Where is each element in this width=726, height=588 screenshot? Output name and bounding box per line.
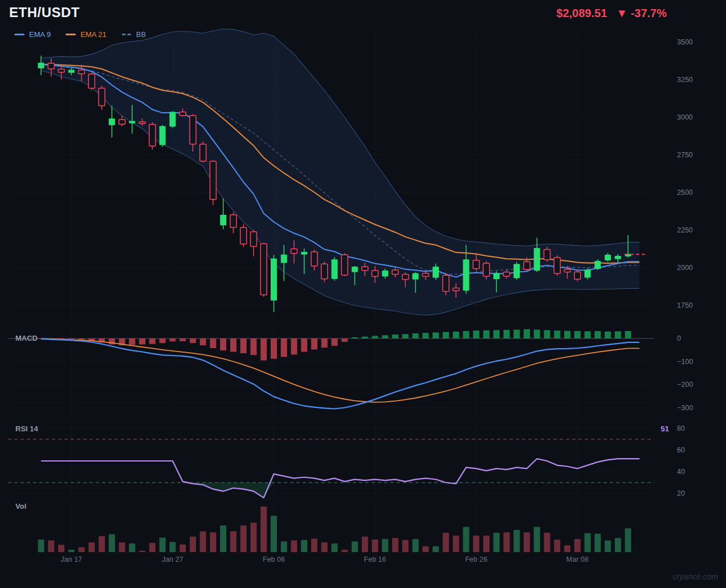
volume-bar xyxy=(341,550,348,552)
rsi-axis-label: 80 xyxy=(677,424,685,432)
macd-histogram-bar xyxy=(453,332,459,338)
legend-ema9-label: EMA 9 xyxy=(29,30,51,39)
macd-histogram-bar xyxy=(513,330,520,338)
ema9-line-swatch-icon xyxy=(14,34,25,35)
candle-body-up xyxy=(271,259,277,301)
indicator-legend: EMA 9 EMA 21 BB xyxy=(14,30,146,39)
volume-bar xyxy=(554,540,560,552)
macd-histogram-bar xyxy=(68,338,75,339)
macd-histogram-bar xyxy=(524,329,530,338)
candle-body-down xyxy=(240,227,247,244)
last-price: $2,089.51 xyxy=(556,7,607,20)
volume-bar xyxy=(250,522,256,552)
macd-axis-label: 0 xyxy=(677,334,681,342)
volume-bar xyxy=(534,527,540,552)
chart-canvas[interactable]: 350032503000275025002250200017500−100−20… xyxy=(0,0,726,588)
volume-bar xyxy=(362,537,368,552)
volume-bar xyxy=(48,541,54,552)
candle-body-up xyxy=(38,63,44,68)
volume-bar xyxy=(443,533,449,552)
macd-histogram-bar xyxy=(443,332,449,338)
rsi-axis-label: 40 xyxy=(677,468,685,476)
macd-histogram-bar xyxy=(554,330,560,338)
volume-bar xyxy=(68,550,75,552)
volume-bar xyxy=(240,525,247,552)
legend-item-ema21[interactable]: EMA 21 xyxy=(66,30,107,39)
macd-histogram-bar xyxy=(544,330,550,338)
volume-bar xyxy=(160,538,166,553)
candle-body-down xyxy=(392,270,398,275)
volume-bar xyxy=(615,538,621,552)
macd-histogram-bar xyxy=(149,338,156,344)
ema21-line-swatch-icon xyxy=(66,34,76,35)
volume-bar xyxy=(473,536,479,552)
candle-body-up xyxy=(220,215,226,225)
candle-body-up xyxy=(493,273,500,279)
candle-body-down xyxy=(250,232,256,247)
candle-body-up xyxy=(109,119,115,125)
rsi-axis-label: 60 xyxy=(677,446,685,454)
rsi-axis-label: 20 xyxy=(677,489,685,497)
volume-bar xyxy=(99,536,105,552)
macd-histogram-bar xyxy=(271,338,277,359)
volume-bar xyxy=(352,541,358,552)
volume-bar xyxy=(453,536,459,552)
legend-ema21-label: EMA 21 xyxy=(80,30,107,39)
candle-body-down xyxy=(341,255,348,275)
candle-body-up xyxy=(463,259,469,291)
rsi-panel-label: RSI 14 xyxy=(15,424,38,433)
legend-item-ema9[interactable]: EMA 9 xyxy=(14,30,51,39)
candle-body-down xyxy=(200,144,206,161)
volume-bar xyxy=(311,538,317,552)
candle-body-up xyxy=(332,259,338,279)
volume-bar xyxy=(594,534,601,552)
volume-bar xyxy=(625,528,631,552)
legend-item-bb[interactable]: BB xyxy=(121,30,146,39)
candle-body-down xyxy=(99,88,105,106)
volume-bar xyxy=(372,540,378,552)
x-axis-label: Mar 08 xyxy=(566,556,589,564)
macd-histogram-bar xyxy=(250,338,256,355)
macd-histogram-bar xyxy=(534,330,540,338)
x-axis-label: Feb 26 xyxy=(465,556,487,564)
x-axis-label: Feb 16 xyxy=(364,556,386,564)
price-change: ▼ -37.7% xyxy=(616,7,667,20)
macd-histogram-bar xyxy=(240,338,247,353)
candle-body-down xyxy=(443,275,449,291)
volume-bar xyxy=(301,540,307,552)
candle-body-up xyxy=(281,255,287,263)
macd-axis-label: −100 xyxy=(677,358,693,366)
bb-dashed-swatch-icon xyxy=(121,34,132,35)
price-axis-label: 2000 xyxy=(677,264,693,272)
macd-histogram-bar xyxy=(281,338,287,357)
macd-histogram-bar xyxy=(564,331,570,338)
volume-bar xyxy=(392,538,398,552)
candle-body-down xyxy=(230,215,236,227)
volume-bar xyxy=(180,544,186,552)
macd-histogram-bar xyxy=(605,332,611,338)
candle-body-down xyxy=(574,272,581,279)
volume-bar xyxy=(382,539,388,552)
price-axis-label: 3250 xyxy=(677,76,693,84)
candle-body-down xyxy=(149,124,156,146)
macd-histogram-bar xyxy=(321,338,328,348)
candle-body-down xyxy=(190,116,196,144)
candle-body-up xyxy=(352,267,358,272)
vol-panel-label: Vol xyxy=(15,502,26,511)
macd-axis-label: −300 xyxy=(677,404,693,412)
price-axis-label: 1750 xyxy=(677,301,693,309)
candle-body-down xyxy=(210,161,216,199)
candle-body-down xyxy=(180,112,186,115)
macd-histogram-bar xyxy=(210,338,216,348)
volume-bar xyxy=(513,530,520,552)
volume-bar xyxy=(585,533,591,552)
volume-bar xyxy=(433,546,439,552)
candle-body-up xyxy=(594,261,601,269)
volume-bar xyxy=(493,533,500,552)
macd-histogram-bar xyxy=(169,338,176,341)
volume-bar xyxy=(149,543,156,552)
macd-histogram-bar xyxy=(503,330,509,338)
macd-histogram-bar xyxy=(160,338,166,343)
macd-histogram-bar xyxy=(585,331,591,338)
volume-bar xyxy=(291,541,297,552)
